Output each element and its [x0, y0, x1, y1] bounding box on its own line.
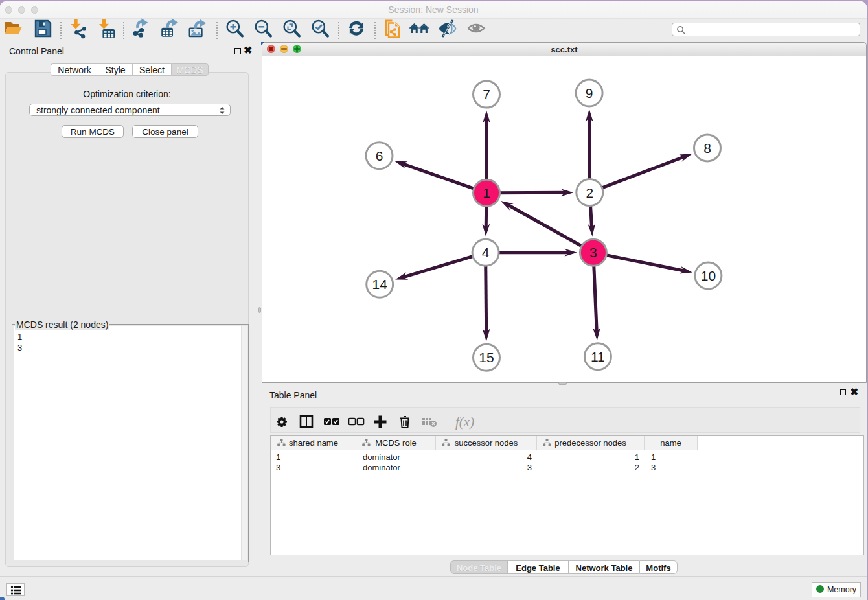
svg-text:4: 4 [482, 245, 490, 260]
svg-text:7: 7 [483, 87, 490, 102]
svg-text:1: 1 [483, 185, 490, 200]
svg-text:15: 15 [479, 350, 494, 365]
svg-text:3: 3 [589, 245, 597, 260]
svg-text:10: 10 [701, 268, 716, 283]
svg-text:9: 9 [586, 86, 593, 100]
svg-text:11: 11 [591, 349, 605, 364]
svg-text:8: 8 [703, 141, 711, 156]
svg-text:14: 14 [372, 277, 388, 292]
svg-text:2: 2 [586, 185, 593, 200]
svg-text:6: 6 [376, 148, 383, 163]
